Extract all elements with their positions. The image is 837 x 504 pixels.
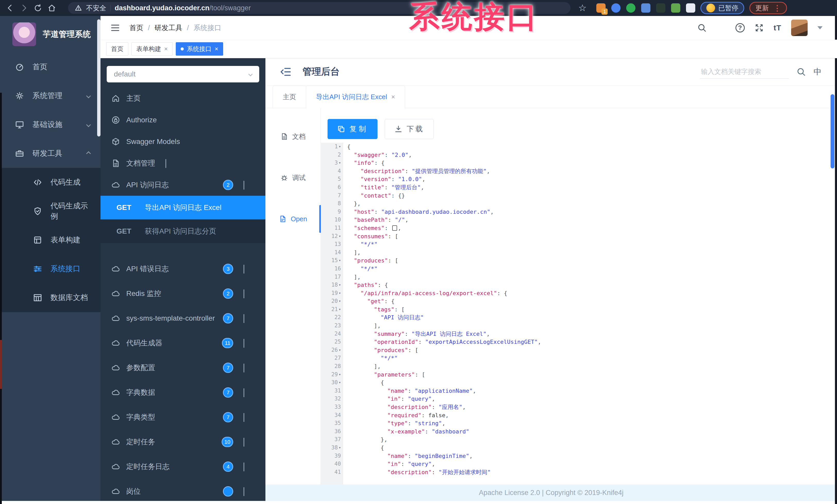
browser-menu-icon[interactable]: ⋮ — [773, 4, 781, 13]
fold-caret-icon[interactable]: ▾ — [339, 143, 341, 151]
tag-active-dot — [181, 48, 184, 51]
swagger-item-Authorize[interactable]: Authorize — [101, 109, 265, 131]
api-group-select[interactable]: default — [107, 66, 259, 82]
doc-search: 中 — [700, 65, 821, 78]
doc-tab-close-icon[interactable]: × — [391, 93, 395, 101]
code-line: 10"basePath": "/", — [321, 216, 837, 224]
swagger-item-文档管理[interactable]: 文档管理 — [101, 152, 265, 174]
swagger-item-API-访问日志[interactable]: API 访问日志2 — [101, 174, 265, 196]
tag-1[interactable]: 表单构建× — [131, 42, 173, 56]
rail-item-文档[interactable]: 文档 — [265, 116, 321, 157]
forward-icon[interactable] — [20, 4, 28, 12]
font-size-icon[interactable]: tT — [773, 23, 781, 32]
breadcrumb-item[interactable]: 首页 — [129, 23, 143, 33]
sidebar-item-0[interactable]: 首页 — [0, 53, 101, 81]
back-icon[interactable] — [6, 4, 14, 12]
line-number: 12▾ — [321, 232, 343, 241]
logo-row[interactable]: 芋道管理系统 — [0, 16, 101, 53]
rail-item-Open[interactable]: Open — [265, 198, 321, 240]
paused-extension-pill[interactable]: 已暂停 — [700, 2, 744, 14]
extension-white-star-icon[interactable] — [686, 3, 695, 13]
sidebar-scrollbar[interactable] — [97, 19, 101, 136]
fold-caret-icon[interactable]: ▾ — [339, 305, 341, 314]
swagger-item-API-错误日志[interactable]: API 错误日志3 — [101, 257, 265, 281]
rail-item-调试[interactable]: 调试 — [265, 157, 321, 198]
fold-caret-icon[interactable]: ▾ — [339, 346, 341, 354]
extension-blue-drop-icon[interactable] — [611, 3, 621, 13]
rail-item-label: Open — [291, 215, 307, 223]
language-icon[interactable]: 中 — [814, 67, 821, 77]
sidebar-item-3[interactable]: 研发工具 — [0, 139, 101, 168]
breadcrumb-item[interactable]: 系统接口 — [194, 23, 221, 33]
swagger-item-sys-sms-template-controller[interactable]: sys-sms-template-controller7 — [101, 306, 265, 331]
swagger-item-Redis-监控[interactable]: Redis 监控2 — [101, 281, 265, 306]
swagger-item-定时任务日志[interactable]: 定时任务日志4 — [101, 454, 265, 479]
line-number: 41 — [321, 468, 343, 477]
swagger-item-岗位[interactable]: 岗位 — [101, 479, 265, 501]
swagger-item-label: 字典数据 — [126, 388, 155, 397]
sidebar-item-2[interactable]: 基础设施 — [0, 110, 101, 139]
bookmark-star-icon[interactable]: ☆ — [578, 3, 587, 13]
doc-search-input[interactable] — [700, 65, 789, 78]
search-icon[interactable] — [697, 23, 707, 33]
extension-dark-gn-icon[interactable] — [656, 3, 665, 13]
panel-collapse-icon[interactable] — [280, 66, 292, 78]
swagger-item-代码生成器[interactable]: 代码生成器11 — [101, 331, 265, 355]
swagger-item-参数配置[interactable]: 参数配置7 — [101, 355, 265, 380]
sidebar-collapse-icon[interactable] — [110, 22, 121, 33]
doc-search-icon[interactable] — [797, 67, 806, 76]
swagger-item-label: 文档管理 — [126, 158, 155, 168]
swagger-item-Swagger-Models[interactable]: Swagger Models — [101, 131, 265, 152]
help-icon[interactable]: ? — [735, 23, 745, 33]
swagger-item-定时任务[interactable]: 定时任务10 — [101, 430, 265, 454]
breadcrumb-item[interactable]: 研发工具 — [155, 23, 182, 33]
tag-close-icon[interactable]: × — [164, 45, 168, 53]
tag-close-icon[interactable]: × — [215, 45, 218, 53]
doc-tab-0[interactable]: 主页 — [273, 86, 306, 108]
extension-green-leaf-icon[interactable] — [671, 3, 680, 13]
avatar[interactable] — [791, 20, 808, 36]
sidebar-item-1[interactable]: 系统管理 — [0, 81, 101, 110]
tag-2[interactable]: 系统接口× — [176, 42, 223, 56]
code-line: 17], — [321, 273, 837, 281]
avatar-caret-icon[interactable] — [817, 26, 823, 30]
reload-icon[interactable] — [34, 4, 42, 12]
fold-caret-icon[interactable]: ▾ — [339, 297, 341, 305]
github-icon[interactable] — [716, 23, 726, 33]
sidebar-subitem-0[interactable]: 代码生成 — [0, 168, 101, 197]
copy-button[interactable]: 复制 — [327, 119, 377, 139]
code-line: 2"swagger": "2.0", — [321, 151, 837, 159]
extension-orange-icon[interactable]: 1 — [596, 3, 606, 13]
extension-green-circle-icon[interactable] — [626, 3, 636, 13]
page-scrollbar-thumb[interactable] — [831, 94, 834, 168]
fold-caret-icon[interactable]: ▾ — [339, 232, 341, 241]
sidebar-subitem-2[interactable]: 表单构建 — [0, 226, 101, 255]
sidebar-subitem-3[interactable]: 系统接口 — [0, 255, 101, 283]
fold-caret-icon[interactable]: ▾ — [339, 257, 341, 265]
code-line: 18▾"paths": { — [321, 281, 837, 289]
tag-0[interactable]: 首页 — [106, 42, 128, 56]
code-lines: 1▾{2"swagger": "2.0",3▾"info": {4"descri… — [321, 143, 837, 476]
browser-update-button[interactable]: 更新 ⋮ — [749, 2, 787, 14]
extension-blue-grid-icon[interactable] — [641, 3, 651, 13]
swagger-item-主页[interactable]: 主页 — [101, 88, 265, 109]
address-bar[interactable]: 不安全 dashboard.yudao.iocoder.cn/tool/swag… — [68, 2, 571, 14]
fold-caret-icon[interactable]: ▾ — [339, 159, 341, 167]
swagger-item-字典类型[interactable]: 字典类型7 — [101, 405, 265, 430]
operation-0[interactable]: GET导出API 访问日志 Excel — [101, 196, 265, 220]
browser-home-icon[interactable] — [48, 4, 56, 12]
doc-tab-1[interactable]: 导出API 访问日志 Excel× — [306, 86, 405, 108]
fold-caret-icon[interactable]: ▾ — [339, 444, 341, 452]
sidebar-subitem-4[interactable]: 数据库文档 — [0, 283, 101, 312]
operation-1[interactable]: GET获得API 访问日志分页 — [101, 220, 265, 243]
fold-caret-icon[interactable]: ▾ — [339, 289, 341, 297]
fullscreen-icon[interactable] — [754, 23, 764, 33]
fold-caret-icon[interactable]: ▾ — [339, 281, 341, 289]
sidebar-subitem-1[interactable]: 代码生成示例 — [0, 197, 101, 226]
download-button[interactable]: 下载 — [385, 119, 434, 139]
json-code-editor[interactable]: 1▾{2"swagger": "2.0",3▾"info": {4"descri… — [321, 143, 837, 484]
fold-caret-icon[interactable]: ▾ — [339, 371, 341, 379]
fold-caret-icon[interactable]: ▾ — [339, 378, 341, 387]
swagger-item-字典数据[interactable]: 字典数据7 — [101, 380, 265, 405]
collapsed-array-box[interactable] — [392, 225, 397, 231]
